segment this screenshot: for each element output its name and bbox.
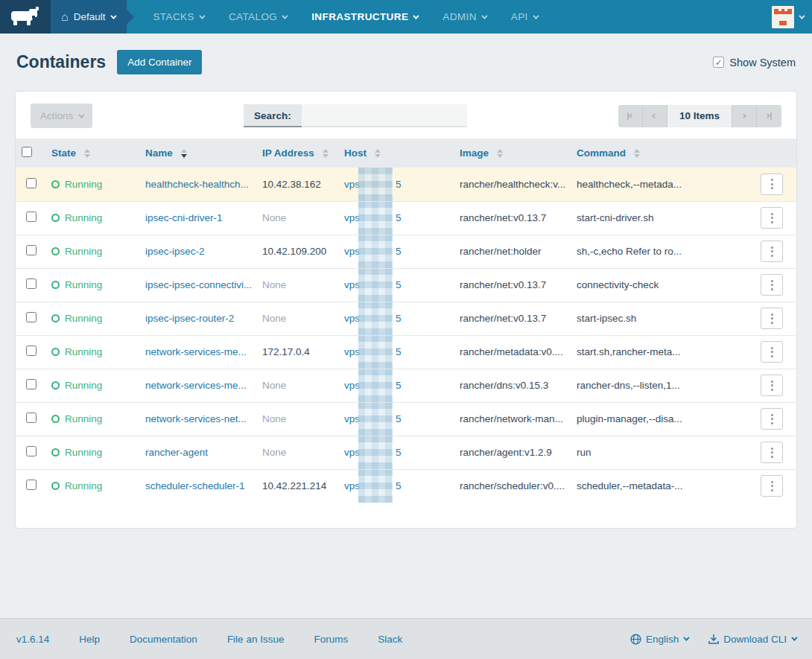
container-name-link[interactable]: scheduler-scheduler-1 (145, 480, 245, 491)
host-link[interactable]: vps (344, 279, 360, 290)
container-command: start.sh,rancher-meta... (571, 335, 755, 369)
footer-link-forums[interactable]: Forums (314, 634, 348, 645)
host-link[interactable]: vps (344, 212, 360, 223)
last-page-button[interactable] (757, 105, 781, 127)
state-badge: Running (51, 346, 133, 357)
container-name-link[interactable]: ipsec-cni-driver-1 (145, 212, 223, 223)
row-checkbox[interactable] (26, 178, 37, 188)
nav-item-stacks[interactable]: STACKS (140, 0, 215, 34)
search-input[interactable] (302, 104, 467, 127)
host-link[interactable]: vps (344, 413, 360, 424)
nav-item-admin[interactable]: ADMIN (430, 0, 498, 34)
container-name-link[interactable]: rancher-agent (145, 447, 208, 458)
table-row: Running ipsec-ipsec-connectivi... None v… (16, 268, 796, 302)
nav-item-catalog[interactable]: CATALOG (216, 0, 299, 34)
environment-name: Default (74, 11, 106, 22)
row-checkbox[interactable] (26, 278, 37, 289)
row-actions-kebab-button[interactable] (761, 442, 783, 463)
row-actions-kebab-button[interactable] (761, 375, 783, 396)
nav-item-api[interactable]: API (498, 0, 550, 34)
column-header-name[interactable]: Name (139, 139, 256, 168)
container-command: rancher-dns,--listen,1... (571, 369, 755, 402)
container-image: rancher/healthcheck:v... (454, 168, 571, 201)
rancher-logo[interactable] (0, 0, 51, 34)
chevron-down-icon (533, 13, 539, 19)
download-cli-button[interactable]: Download CLI (708, 634, 796, 645)
container-command: sh,-c,echo Refer to ro... (571, 235, 755, 268)
row-checkbox[interactable] (26, 211, 37, 222)
row-checkbox[interactable] (26, 379, 37, 389)
redacted-hostname (358, 235, 393, 268)
language-selector[interactable]: English (630, 634, 688, 645)
container-name-link[interactable]: network-services-net... (145, 413, 247, 424)
state-label: Running (65, 212, 102, 223)
containers-card: Actions Search: 10 Items State (15, 91, 797, 529)
container-name-link[interactable]: network-services-me... (145, 346, 247, 357)
row-actions-kebab-button[interactable] (761, 341, 783, 363)
row-actions-kebab-button[interactable] (761, 241, 783, 262)
first-page-button[interactable] (618, 105, 643, 127)
host-link[interactable]: vps (344, 313, 360, 324)
container-name-link[interactable]: ipsec-ipsec-connectivi... (145, 279, 252, 290)
column-header-image[interactable]: Image (454, 139, 571, 168)
row-actions-kebab-button[interactable] (761, 475, 783, 497)
row-checkbox[interactable] (26, 245, 37, 255)
previous-page-button[interactable] (643, 105, 667, 127)
chevron-down-icon (799, 13, 805, 19)
column-header-host[interactable]: Host (338, 139, 454, 168)
nav-item-infrastructure[interactable]: INFRASTRUCTURE (299, 0, 430, 34)
container-image: rancher/dns:v0.15.3 (454, 369, 571, 402)
footer-link-slack[interactable]: Slack (378, 634, 402, 645)
state-label: Running (65, 246, 102, 257)
host-link[interactable]: vps (344, 346, 360, 357)
container-image: rancher/metadata:v0.... (454, 335, 571, 369)
footer: v1.6.14 Help Documentation File an Issue… (0, 618, 812, 659)
actions-button[interactable]: Actions (31, 104, 92, 128)
state-badge: Running (51, 447, 133, 458)
column-header-state[interactable]: State (45, 139, 139, 168)
row-actions-kebab-button[interactable] (761, 308, 783, 329)
ip-address: None (256, 201, 338, 235)
container-name-link[interactable]: network-services-me... (145, 380, 247, 391)
next-page-button[interactable] (732, 105, 757, 127)
sort-icon (375, 149, 381, 158)
host-suffix: 5 (396, 279, 402, 290)
row-checkbox[interactable] (26, 312, 37, 322)
column-header-ip-address[interactable]: IP Address (256, 139, 338, 168)
container-image: rancher/net:v0.13.7 (454, 268, 571, 302)
host-link[interactable]: vps (344, 447, 360, 458)
row-actions-kebab-button[interactable] (761, 274, 783, 296)
row-checkbox[interactable] (26, 346, 37, 356)
environment-selector[interactable]: ⌂ Default (51, 0, 127, 34)
redacted-hostname (358, 436, 393, 469)
running-state-icon (51, 314, 60, 322)
host-suffix: 5 (396, 179, 402, 190)
containers-table: State Name IP Address Host Image (16, 139, 796, 503)
running-state-icon (51, 348, 60, 356)
row-actions-kebab-button[interactable] (761, 207, 783, 229)
host-link[interactable]: vps (344, 246, 360, 257)
add-container-button[interactable]: Add Container (117, 50, 202, 74)
container-name-link[interactable]: ipsec-ipsec-2 (145, 246, 205, 257)
row-actions-kebab-button[interactable] (761, 173, 783, 195)
host-link[interactable]: vps (344, 480, 360, 491)
row-checkbox[interactable] (26, 480, 37, 490)
select-all-checkbox[interactable] (22, 147, 32, 157)
container-name-link[interactable]: ipsec-ipsec-router-2 (145, 313, 234, 324)
footer-link-file-an-issue[interactable]: File an Issue (227, 634, 285, 645)
show-system-label: Show System (729, 57, 796, 69)
row-checkbox[interactable] (26, 413, 37, 423)
footer-link-help[interactable]: Help (79, 634, 100, 645)
column-header-command[interactable]: Command (571, 139, 755, 168)
state-badge: Running (51, 380, 133, 391)
user-menu[interactable] (772, 0, 812, 34)
show-system-checkbox[interactable]: ✓ (713, 57, 724, 68)
host-link[interactable]: vps (344, 179, 360, 190)
footer-link-documentation[interactable]: Documentation (130, 634, 197, 645)
row-checkbox[interactable] (26, 446, 37, 456)
host-link[interactable]: vps (344, 380, 360, 391)
container-name-link[interactable]: healthcheck-healthch... (145, 179, 249, 190)
ip-address: None (256, 402, 338, 436)
row-actions-kebab-button[interactable] (761, 408, 783, 430)
nav-menu: STACKS CATALOG INFRASTRUCTURE ADMIN API (140, 0, 549, 34)
